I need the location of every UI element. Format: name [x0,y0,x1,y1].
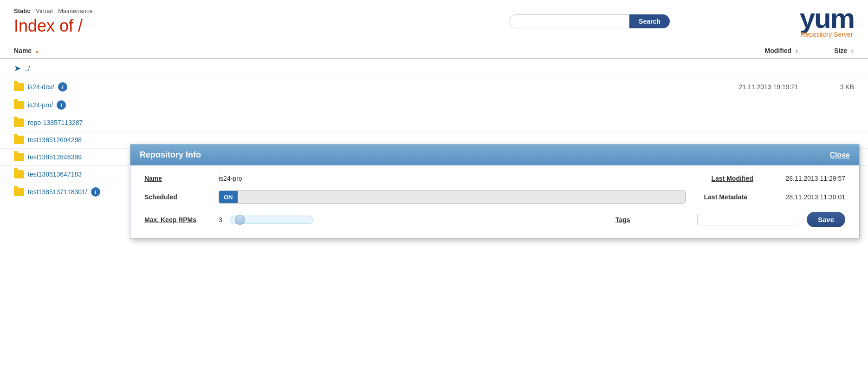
repo-info-header: Repository Info Close [130,145,859,165]
file-size-cell: 3 KB [808,83,854,91]
file-name-cell: ➤ ../ [14,63,706,73]
file-name-cell: is24-dev/ i [14,82,706,92]
repo-info-body: Name is24-pro Last Modified 28.11.2013 1… [130,165,859,201]
folder-link[interactable]: test1385137118301/ [28,188,87,196]
folder-icon [14,153,24,161]
folder-icon [14,188,24,196]
nav-static[interactable]: Static [14,7,30,14]
folder-icon [14,170,24,178]
last-metadata-value: 28.11.2013 11:30:01 [786,193,845,201]
repo-info-scheduled-row: Scheduled ON Last Metadata 28.11.2013 11… [144,191,845,201]
col-modified-header[interactable]: Modified ⇕ [706,47,808,54]
parent-link[interactable]: ../ [25,65,30,72]
folder-icon [14,83,24,91]
table-row: is24-pro/ i [0,96,868,114]
header-left: Static Virtual Maintenance Index of / [14,7,397,36]
file-name-cell: repo-13857113287 [14,118,706,127]
modified-sort-icon: ⇕ [795,49,798,54]
col-size-header[interactable]: Size ⇕ [808,47,854,54]
parent-arrow-icon: ➤ [14,63,21,73]
page-header: Static Virtual Maintenance Index of / Se… [0,0,868,43]
search-area: Search [397,14,781,28]
yum-logo-text: yum [800,5,854,33]
folder-link[interactable]: test138512694298 [28,136,82,144]
search-input[interactable] [509,14,629,28]
yum-logo: yum Repository Server [781,5,854,38]
repo-info-title: Repository Info [140,150,201,160]
info-icon[interactable]: i [58,82,67,92]
repo-info-close-button[interactable]: Close [829,151,850,159]
nav-virtual[interactable]: Virtual [36,7,53,14]
col-name-header[interactable]: Name ▲ [14,47,706,54]
folder-link[interactable]: is24-dev/ [28,83,54,91]
table-header: Name ▲ Modified ⇕ Size ⇕ [0,43,868,59]
size-sort-icon: ⇕ [850,49,854,54]
toggle-off-part [238,191,685,201]
last-modified-value: 28.11.2013 11:29:57 [786,175,845,182]
table-row: repo-13857113287 [0,114,868,131]
scheduled-label: Scheduled [144,193,219,201]
folder-icon [14,118,24,127]
toggle-on-label: ON [219,191,238,201]
search-button[interactable]: Search [629,14,670,28]
search-form: Search [509,14,670,28]
name-value: is24-pro [219,175,712,182]
repo-info-panel: Repository Info Close Name is24-pro Last… [130,144,860,201]
nav-maintenance[interactable]: Maintenance [58,7,92,14]
folder-link[interactable]: test138512846399 [28,153,82,161]
folder-link[interactable]: is24-pro/ [28,101,53,109]
name-label: Name [144,175,219,182]
name-sort-icon: ▲ [35,49,39,54]
folder-icon [14,136,24,144]
last-metadata-label: Last Metadata [704,193,778,201]
folder-link[interactable]: repo-13857113287 [28,119,83,126]
repo-info-name-row: Name is24-pro Last Modified 28.11.2013 1… [144,175,845,182]
scheduled-toggle[interactable]: ON [219,191,686,201]
page-title: Index of / [14,16,397,36]
info-icon[interactable]: i [91,187,100,197]
table-row: is24-dev/ i 21.11.2013 19:19:21 3 KB [0,78,868,96]
file-name-cell: test138512694298 [14,136,706,144]
file-date-cell: 21.11.2013 19:19:21 [706,83,808,91]
yum-repo-text: Repository Server [800,31,854,38]
file-name-cell: is24-pro/ i [14,100,706,110]
folder-link[interactable]: test138513647183 [28,171,82,178]
folder-icon [14,101,24,109]
info-icon[interactable]: i [57,100,66,110]
last-modified-label: Last Modified [712,175,786,182]
table-row: ➤ ../ [0,59,868,78]
nav-links: Static Virtual Maintenance [14,7,397,14]
